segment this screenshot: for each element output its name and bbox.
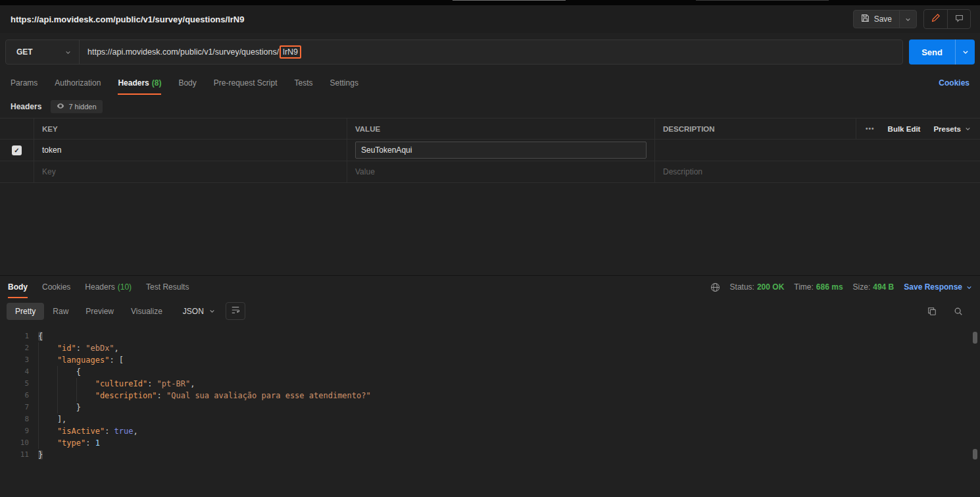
code-line: 4{: [0, 366, 980, 378]
search-icon[interactable]: [954, 307, 963, 316]
cookies-link[interactable]: Cookies: [939, 78, 969, 88]
headers-section-title: Headers: [11, 102, 41, 111]
response-body-viewer[interactable]: 1{2"id": "ebDx",3"languages": [4{5"cultu…: [0, 325, 980, 497]
send-dropdown-button[interactable]: [955, 39, 975, 65]
line-number: 11: [0, 449, 38, 461]
code-token: ],: [57, 415, 66, 424]
tab-prerequest-script[interactable]: Pre-request Script: [214, 71, 278, 95]
key-cell[interactable]: token: [34, 140, 347, 161]
code-token: "languages": [57, 355, 109, 365]
request-tabs: Params Authorization Headers (8) Body Pr…: [0, 71, 980, 95]
indent-guide: [38, 390, 57, 402]
bulk-edit-button[interactable]: Bulk Edit: [888, 125, 921, 133]
save-split-button: Save: [853, 10, 917, 28]
more-options-icon[interactable]: •••: [866, 125, 875, 132]
response-toolbar-right: [927, 307, 973, 316]
key-cell-placeholder[interactable]: Key: [34, 161, 347, 182]
tab-params[interactable]: Params: [11, 71, 37, 95]
url-highlight-annotation: lrN9: [280, 45, 301, 59]
url-input[interactable]: https://api.movidesk.com/public/v1/surve…: [80, 40, 902, 64]
view-tab-raw[interactable]: Raw: [44, 303, 77, 320]
line-number: 5: [0, 378, 38, 390]
code-token: }: [38, 450, 43, 459]
select-all-cell: [0, 118, 34, 139]
code-line: 8],: [0, 413, 980, 425]
tab-tests[interactable]: Tests: [295, 71, 313, 95]
empty-area: [0, 183, 980, 275]
indent-guide: [57, 378, 76, 390]
code-token: :: [147, 379, 157, 388]
title-icon-group: [923, 9, 971, 29]
copy-icon[interactable]: [927, 307, 937, 316]
tab-settings[interactable]: Settings: [330, 71, 358, 95]
response-tab-body[interactable]: Body: [8, 276, 28, 298]
response-tab-cookies[interactable]: Cookies: [42, 276, 70, 298]
workspace-tab-strip: [0, 0, 980, 5]
response-status-cluster: Status: 200 OK Time: 686 ms Size: 494 B …: [710, 282, 972, 292]
tab-headers[interactable]: Headers (8): [118, 71, 161, 95]
save-button[interactable]: Save: [854, 11, 899, 28]
format-label: JSON: [183, 307, 204, 316]
code-token: "isActive": [57, 427, 105, 436]
code-line: 2"id": "ebDx",: [0, 342, 980, 354]
code-content: "id": "ebDx",: [38, 342, 119, 354]
response-tabs-row: Body Cookies Headers (10) Test Results S…: [0, 276, 980, 298]
view-tab-visualize[interactable]: Visualize: [122, 303, 171, 320]
chevron-down-icon: [209, 308, 215, 314]
row-checkbox[interactable]: ✓: [12, 145, 22, 155]
indent-guide: [76, 390, 95, 402]
hidden-headers-toggle[interactable]: 7 hidden: [51, 100, 102, 113]
headers-meta-row: Headers 7 hidden: [0, 95, 980, 118]
code-content: ],: [38, 413, 66, 425]
method-select[interactable]: GET: [6, 40, 80, 64]
response-tab-test-results[interactable]: Test Results: [146, 276, 189, 298]
code-content: }: [38, 402, 81, 413]
comments-button[interactable]: [947, 10, 970, 28]
line-number: 10: [0, 437, 38, 449]
tab-body[interactable]: Body: [178, 71, 196, 95]
line-number: 4: [0, 366, 38, 378]
code-token: :: [86, 438, 95, 448]
tab-authorization[interactable]: Authorization: [55, 71, 101, 95]
value-cell-placeholder[interactable]: Value: [347, 161, 655, 182]
header-row-token: ✓ token SeuTokenAqui: [0, 140, 980, 161]
send-button[interactable]: Send: [909, 39, 955, 65]
scrollbar-thumb[interactable]: [973, 449, 977, 459]
title-actions: Save: [853, 9, 971, 29]
code-token: ,: [134, 427, 138, 436]
code-line: 5"cultureId": "pt-BR",: [0, 378, 980, 390]
wrap-text-button[interactable]: [226, 302, 245, 320]
description-cell[interactable]: [655, 140, 980, 161]
save-response-dropdown[interactable]: Save Response: [904, 282, 972, 292]
code-token: ,: [114, 344, 119, 353]
send-split-button: Send: [909, 39, 975, 65]
indent-guide: [57, 366, 76, 378]
view-tab-pretty[interactable]: Pretty: [7, 303, 44, 320]
indent-guide: [38, 342, 57, 354]
code-content: "languages": [: [38, 354, 124, 366]
size-label: Size:: [853, 282, 871, 292]
edit-button[interactable]: [924, 10, 947, 28]
response-tab-headers[interactable]: Headers (10): [85, 276, 132, 298]
code-token: :: [76, 344, 86, 353]
format-select[interactable]: JSON: [183, 307, 215, 316]
scrollbar-thumb[interactable]: [973, 332, 977, 344]
tab-headers-count: (8): [152, 78, 162, 88]
line-number: 7: [0, 402, 38, 413]
value-input[interactable]: SeuTokenAqui: [355, 142, 647, 159]
save-dropdown-button[interactable]: [899, 11, 916, 28]
code-token: "Qual sua avaliação para esse atendiment…: [166, 391, 371, 400]
size-value: 494 B: [873, 282, 894, 292]
code-line: 7}: [0, 402, 980, 413]
code-line: 10"type": 1: [0, 437, 980, 449]
save-icon: [861, 14, 870, 24]
code-token: {: [76, 367, 81, 377]
presets-dropdown[interactable]: Presets: [933, 125, 971, 133]
code-token: "description": [95, 391, 157, 400]
view-tab-preview[interactable]: Preview: [77, 303, 122, 320]
hidden-headers-label: 7 hidden: [68, 103, 96, 111]
network-globe-icon[interactable]: [710, 282, 720, 292]
line-number: 6: [0, 390, 38, 402]
request-title-bar: https://api.movidesk.com/public/v1/surve…: [0, 5, 980, 33]
description-cell-placeholder[interactable]: Description: [655, 161, 980, 182]
